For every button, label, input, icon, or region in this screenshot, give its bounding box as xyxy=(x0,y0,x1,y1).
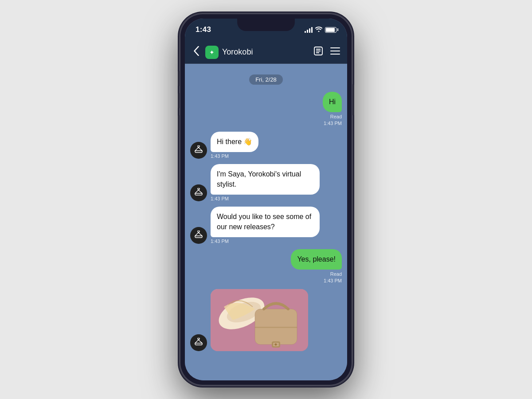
nav-actions xyxy=(313,46,340,58)
message-bubble: Would you like to see some of our new re… xyxy=(211,207,320,237)
message-content: I'm Saya, Yorokobi's virtual stylist. 1:… xyxy=(211,164,320,201)
message-row: I'm Saya, Yorokobi's virtual stylist. 1:… xyxy=(190,164,342,201)
message-meta: Read 1:43 PM xyxy=(324,113,342,126)
status-bar: 1:43 xyxy=(185,19,347,41)
image-placeholder xyxy=(211,289,308,351)
message-bubble: Hi xyxy=(323,92,342,112)
message-content: Would you like to see some of our new re… xyxy=(211,207,320,244)
message-time: 1:43 PM xyxy=(324,121,342,126)
nav-title-area: ✦ Yorokobi xyxy=(205,46,309,59)
notch xyxy=(237,19,295,31)
notes-button[interactable] xyxy=(313,46,323,58)
message-row: Yes, please! Read 1:43 PM xyxy=(190,249,342,284)
shield-star-icon: ✦ xyxy=(209,49,215,56)
message-time: 1:43 PM xyxy=(211,153,229,159)
back-button[interactable] xyxy=(192,44,201,60)
message-content xyxy=(211,289,308,351)
hanger-icon xyxy=(194,145,203,155)
battery-fill xyxy=(326,28,335,32)
hanger-icon xyxy=(194,338,203,348)
status-time: 1:43 xyxy=(196,25,211,34)
message-bubble: I'm Saya, Yorokobi's virtual stylist. xyxy=(211,164,320,195)
date-divider: Fri, 2/28 xyxy=(190,74,342,85)
product-image-bubble xyxy=(211,289,308,351)
bot-avatar xyxy=(190,142,207,159)
message-text: Hi there 👋 xyxy=(217,138,252,145)
read-status: Read xyxy=(324,113,342,120)
message-bubble: Hi there 👋 xyxy=(211,132,258,152)
signal-bars-icon xyxy=(305,27,313,33)
message-text: I'm Saya, Yorokobi's virtual stylist. xyxy=(217,170,301,188)
status-icons xyxy=(305,26,336,33)
hanger-icon xyxy=(194,231,203,240)
message-content: Hi there 👋 1:43 PM xyxy=(211,132,258,159)
message-meta: 1:43 PM xyxy=(211,196,229,201)
message-row xyxy=(190,289,342,351)
message-content: Hi Read 1:43 PM xyxy=(323,92,342,126)
message-time: 1:43 PM xyxy=(211,239,229,244)
read-status: Read xyxy=(324,271,342,277)
bot-avatar xyxy=(190,227,207,244)
date-label: Fri, 2/28 xyxy=(249,74,283,85)
message-bubble: Yes, please! xyxy=(291,249,342,270)
bot-avatar xyxy=(190,334,207,351)
hanger-icon xyxy=(194,188,203,198)
message-row: Hi there 👋 1:43 PM xyxy=(190,132,342,159)
message-row: Hi Read 1:43 PM xyxy=(190,92,342,126)
message-text: Hi xyxy=(329,98,336,106)
svg-rect-11 xyxy=(255,327,297,328)
menu-button[interactable] xyxy=(330,47,340,57)
message-text: Would you like to see some of our new re… xyxy=(217,213,311,230)
contact-avatar: ✦ xyxy=(205,46,219,59)
message-text: Yes, please! xyxy=(297,255,336,263)
battery-icon xyxy=(325,27,336,33)
message-time: 1:43 PM xyxy=(324,278,342,283)
contact-name: Yorokobi xyxy=(222,47,253,57)
message-row: Would you like to see some of our new re… xyxy=(190,207,342,244)
chat-area: Fri, 2/28 Hi Read 1:43 PM xyxy=(185,64,347,380)
message-meta: 1:43 PM xyxy=(211,239,229,244)
phone-screen: 1:43 xyxy=(185,19,347,380)
bot-avatar xyxy=(190,184,207,201)
message-time: 1:43 PM xyxy=(211,196,229,201)
nav-bar: ✦ Yorokobi xyxy=(185,41,347,64)
message-meta: Read 1:43 PM xyxy=(324,271,342,284)
wifi-icon xyxy=(315,26,322,33)
message-content: Yes, please! Read 1:43 PM xyxy=(291,249,342,284)
message-meta: 1:43 PM xyxy=(211,153,229,159)
phone-frame: 1:43 xyxy=(180,13,352,386)
